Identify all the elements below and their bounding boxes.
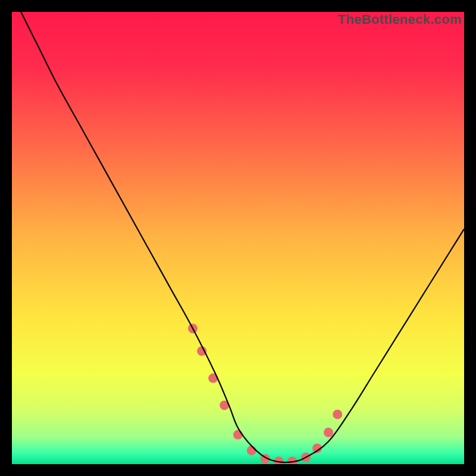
marker-dot (274, 456, 283, 464)
chart-svg (12, 12, 464, 464)
marker-dot (333, 409, 342, 419)
marker-dots (188, 324, 342, 464)
marker-dot (287, 456, 297, 464)
chart-frame: TheBottleneck.com (0, 0, 476, 476)
plot-area: TheBottleneck.com (12, 12, 464, 464)
marker-dot (324, 428, 333, 437)
marker-dot (247, 446, 256, 455)
marker-dot (233, 430, 243, 440)
bottleneck-curve (21, 12, 464, 462)
watermark-text: TheBottleneck.com (338, 12, 462, 27)
marker-dot (197, 346, 206, 356)
